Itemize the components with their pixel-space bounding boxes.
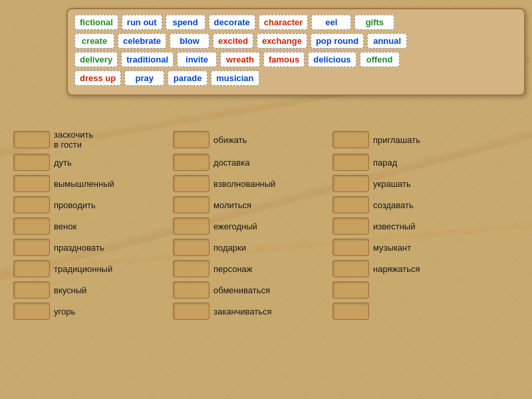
word-card-wreath[interactable]: wreath [220,52,260,67]
answer-label: традиционный [54,264,112,274]
answer-box[interactable] [13,303,50,320]
answer-item: ежегодный [173,217,326,235]
word-card-delicious[interactable]: delicious [308,52,356,67]
word-card-gifts[interactable]: gifts [354,15,394,30]
answer-label: музыкант [373,243,411,253]
answer-box[interactable] [13,154,50,171]
word-card-exchange[interactable]: exchange [257,33,307,49]
answer-box[interactable] [173,175,209,192]
answer-label: создавать [373,200,414,210]
answer-label: проводить [54,200,96,210]
word-card-musician[interactable]: musician [211,70,259,86]
word-card-run-out[interactable]: run out [122,15,162,30]
cards-row-1: fictionalrun outspenddecoratecharacteree… [74,15,517,30]
answer-item: заканчиваться [173,303,326,320]
answer-label: угорь [54,307,75,317]
answer-box[interactable] [332,131,369,148]
answer-label: персонаж [213,264,252,274]
answer-box[interactable] [173,196,209,213]
answer-box[interactable] [332,196,369,213]
answers-section: заскочить в гостиобижатьприглашатьдутьдо… [7,130,525,321]
cards-row-2: createcelebrateblowexcitedexchangepop ro… [74,33,517,49]
answer-box[interactable] [173,281,209,299]
word-card-eel[interactable]: eel [311,15,351,30]
answer-box[interactable] [13,175,50,192]
answer-box[interactable] [173,303,209,320]
answer-label: приглашать [373,135,420,145]
answer-label: обижать [213,135,247,145]
answer-item: известный [332,217,485,235]
answer-box[interactable] [13,281,50,299]
word-card-decorate[interactable]: decorate [209,15,255,30]
answer-label: парад [373,158,397,168]
answer-box[interactable] [13,239,50,256]
word-card-annual[interactable]: annual [367,33,407,49]
cards-panel: fictionalrun outspenddecoratecharacteree… [66,8,525,96]
word-card-excited[interactable]: excited [213,33,253,49]
word-card-fictional[interactable]: fictional [74,15,118,30]
answer-item: подарки [173,239,326,256]
answer-box[interactable] [332,281,369,299]
answer-box[interactable] [332,303,369,320]
answer-box[interactable] [332,217,369,235]
cards-row-4: dress upprayparademusician [74,70,517,86]
answer-label: заканчиваться [213,307,272,317]
word-card-spend[interactable]: spend [166,15,205,30]
answer-label: вкусный [54,285,86,295]
word-card-traditional[interactable]: traditional [121,52,174,67]
answer-box[interactable] [13,260,50,277]
answer-box[interactable] [173,154,209,171]
answer-label: наряжаться [373,264,420,274]
word-card-parade[interactable]: parade [168,70,207,86]
answer-item: украшать [332,175,485,192]
answer-item: приглашать [332,130,485,150]
answer-item [332,281,485,299]
answer-box[interactable] [332,260,369,277]
word-card-blow[interactable]: blow [170,33,209,49]
answer-box[interactable] [332,175,369,192]
word-card-dress-up[interactable]: dress up [74,70,121,86]
cards-row-3: deliverytraditionalinvitewreathfamousdel… [74,52,517,67]
word-card-invite[interactable]: invite [177,52,217,67]
answer-box[interactable] [13,131,50,148]
word-card-famous[interactable]: famous [263,52,305,67]
word-card-pray[interactable]: pray [124,70,164,86]
answer-box[interactable] [173,217,209,235]
answer-item: традиционный [13,260,166,277]
answer-box[interactable] [173,239,209,256]
answer-box[interactable] [173,260,209,277]
answer-label: доставка [213,158,249,168]
answer-label: заскочить в гости [54,130,93,150]
answer-item: персонаж [173,260,326,277]
answer-box[interactable] [332,239,369,256]
word-card-create[interactable]: create [74,33,114,49]
answer-box[interactable] [173,131,209,148]
answer-label: известный [373,221,415,231]
answer-item: музыкант [332,239,485,256]
answer-label: праздновать [54,243,104,253]
answer-item: вкусный [13,281,166,299]
answer-item: угорь [13,303,166,320]
answer-item: парад [332,154,485,171]
word-card-celebrate[interactable]: celebrate [118,33,166,49]
answer-box[interactable] [332,154,369,171]
answer-item: молиться [173,196,326,213]
answer-label: украшать [373,179,411,189]
word-card-pop-round[interactable]: pop round [311,33,364,49]
answer-item: взволнованный [173,175,326,192]
answer-item: вымышленный [13,175,166,192]
answer-item [332,303,485,320]
answer-item: венок [13,217,166,235]
answer-label: вымышленный [54,179,114,189]
answer-item: дуть [13,154,166,171]
answer-box[interactable] [13,217,50,235]
answer-item: проводить [13,196,166,213]
answer-label: обмениваться [213,285,270,295]
answer-box[interactable] [13,196,50,213]
word-card-delivery[interactable]: delivery [74,52,118,67]
answer-item: доставка [173,154,326,171]
answer-item: праздновать [13,239,166,256]
word-card-offend[interactable]: offend [360,52,400,67]
word-card-character[interactable]: character [259,15,309,30]
answer-label: ежегодный [213,221,257,231]
